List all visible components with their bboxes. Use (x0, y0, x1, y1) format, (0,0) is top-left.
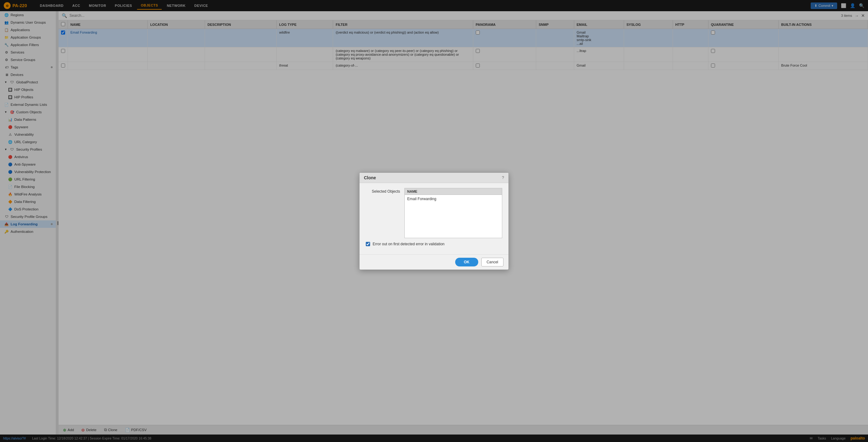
selected-objects-label: Selected Objects (366, 188, 400, 194)
modal-header: Clone ? (360, 173, 508, 183)
modal-table-area: NAME Email Forwarding (404, 188, 502, 238)
modal-selected-row: Selected Objects NAME Email Forwarding (366, 188, 502, 238)
error-checkbox[interactable] (366, 242, 370, 246)
modal-title: Clone (364, 175, 376, 180)
modal-checkbox-row: Error out on first detected error in val… (366, 242, 502, 246)
modal-table-content: Email Forwarding (404, 195, 502, 238)
modal-name-header: NAME (404, 188, 502, 195)
modal-help-icon[interactable]: ? (502, 175, 504, 180)
modal-body: Selected Objects NAME Email Forwarding E… (360, 183, 508, 254)
error-checkbox-label[interactable]: Error out on first detected error in val… (373, 242, 444, 246)
modal-item-email-forwarding: Email Forwarding (407, 196, 499, 202)
modal-overlay: Clone ? Selected Objects NAME Email Forw… (0, 0, 868, 442)
ok-button[interactable]: OK (455, 258, 478, 266)
modal-footer: OK Cancel (360, 254, 508, 270)
clone-modal: Clone ? Selected Objects NAME Email Forw… (359, 172, 509, 270)
cancel-button[interactable]: Cancel (482, 258, 503, 266)
